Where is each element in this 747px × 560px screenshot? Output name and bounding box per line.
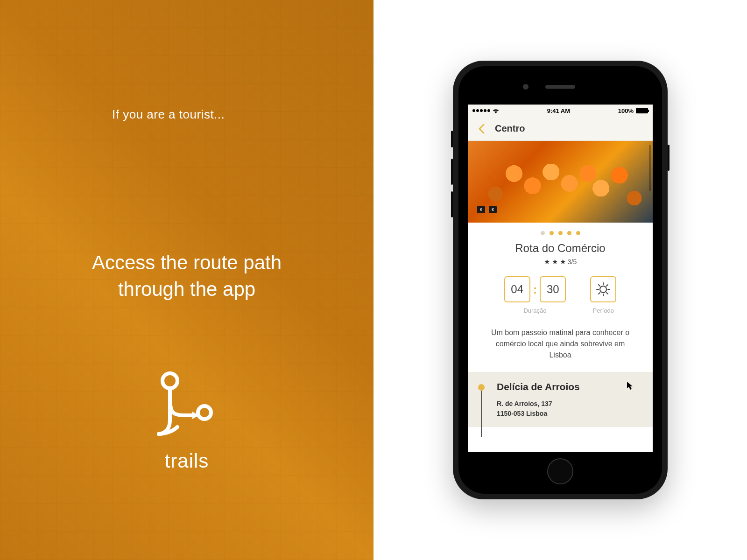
status-time: 9:41 AM xyxy=(547,107,570,114)
star-icon: ★ xyxy=(544,258,550,266)
logo-text: trails xyxy=(149,450,224,472)
rating: ★ ★ ★ 3/5 xyxy=(468,258,653,266)
poi-address-line1: R. de Arroios, 137 xyxy=(497,399,641,409)
volume-down-button xyxy=(451,191,453,217)
signal-icon xyxy=(472,109,490,112)
poi-connector-line xyxy=(481,391,482,437)
price-tag: € xyxy=(489,206,497,213)
logo-block: trails xyxy=(149,369,224,472)
phone-preview-panel: 9:41 AM 100% Centro xyxy=(374,0,747,560)
wifi-icon xyxy=(493,108,499,113)
carousel-dot[interactable] xyxy=(567,231,571,235)
svg-line-11 xyxy=(606,285,608,286)
scroll-indicator[interactable] xyxy=(649,145,651,191)
svg-line-9 xyxy=(606,293,608,294)
rating-text: 3/5 xyxy=(568,258,577,266)
star-icon: ★ xyxy=(552,258,558,266)
mute-switch xyxy=(451,131,453,147)
power-button xyxy=(668,145,669,171)
svg-point-1 xyxy=(198,406,211,419)
tourist-line: If you are a tourist... xyxy=(112,107,225,122)
price-tag: € xyxy=(477,206,485,213)
route-description: Um bom passeio matinal para conhecer o c… xyxy=(468,319,653,372)
carousel-dot[interactable] xyxy=(541,231,545,235)
period-label: Período xyxy=(593,307,614,314)
phone-device-frame: 9:41 AM 100% Centro xyxy=(453,61,668,499)
status-bar: 9:41 AM 100% xyxy=(468,105,653,117)
volume-up-button xyxy=(451,159,453,185)
home-button[interactable] xyxy=(547,458,573,484)
nav-bar: Centro xyxy=(468,117,653,141)
carousel-dot[interactable] xyxy=(550,231,554,235)
svg-point-0 xyxy=(162,373,177,388)
speaker xyxy=(545,85,575,89)
svg-line-8 xyxy=(599,285,600,286)
headline: Access the route path through the app xyxy=(0,250,374,302)
marketing-left-panel: If you are a tourist... Access the route… xyxy=(0,0,374,560)
duration-label: Duração xyxy=(523,307,546,314)
route-hero-image[interactable]: € € xyxy=(468,141,653,223)
poi-card[interactable]: Delícia de Arroios R. de Arroios, 137 11… xyxy=(468,372,653,427)
cursor-icon xyxy=(627,381,634,393)
battery-percent: 100% xyxy=(618,107,634,114)
poi-marker-icon xyxy=(478,384,485,391)
chevron-left-icon xyxy=(478,124,485,134)
app-screen: 9:41 AM 100% Centro xyxy=(468,105,653,452)
poi-name: Delícia de Arroios xyxy=(497,381,641,392)
nav-title: Centro xyxy=(495,123,525,134)
star-icon: ★ xyxy=(560,258,566,266)
time-separator: : xyxy=(533,282,537,297)
front-camera xyxy=(523,84,529,90)
svg-point-3 xyxy=(600,286,606,293)
route-info-row: 04 : 30 Duração xyxy=(468,276,653,314)
carousel-dot[interactable] xyxy=(576,231,580,235)
route-title: Rota do Comércio xyxy=(468,242,653,255)
period-group: Período xyxy=(590,276,616,314)
carousel-dots[interactable] xyxy=(468,223,653,242)
back-button[interactable] xyxy=(474,122,488,136)
battery-icon xyxy=(636,108,648,113)
trails-logo-icon xyxy=(149,369,224,443)
poi-address-line2: 1150-053 Lisboa xyxy=(497,409,641,419)
carousel-dot[interactable] xyxy=(558,231,563,235)
period-box[interactable] xyxy=(590,276,616,302)
duration-minutes[interactable]: 30 xyxy=(540,276,566,302)
duration-group: 04 : 30 Duração xyxy=(504,276,566,314)
duration-hours[interactable]: 04 xyxy=(504,276,530,302)
svg-line-10 xyxy=(599,293,600,294)
sun-icon xyxy=(596,282,611,297)
